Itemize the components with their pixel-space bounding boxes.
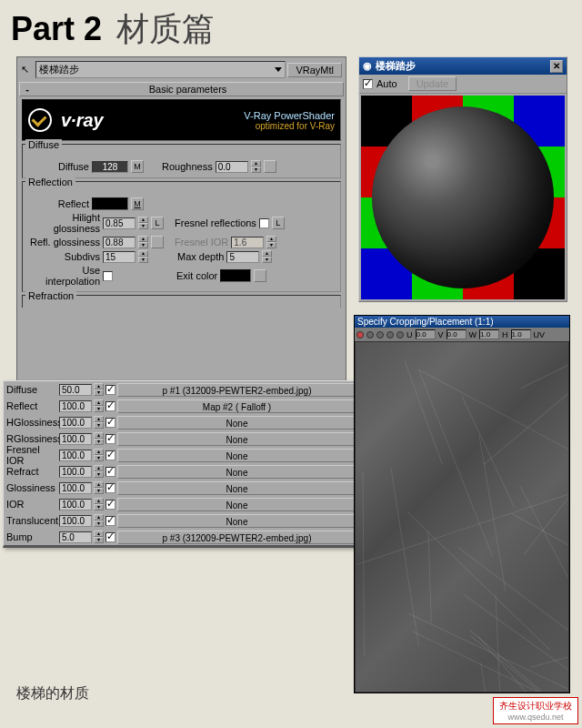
map-enable-checkbox[interactable] [105, 516, 115, 526]
roughness-spinner[interactable]: ▴▾ [251, 160, 261, 173]
map-label: Bump [6, 531, 57, 542]
vray-banner: v·ray V-Ray PowerShader optimized for V-… [22, 99, 341, 141]
map-amount-input[interactable]: 100.0 [59, 466, 92, 478]
map-spinner[interactable]: ▴▾ [94, 383, 104, 396]
map-label: HGlossiness [6, 417, 57, 428]
hilight-lock-button[interactable]: L [151, 217, 164, 229]
roughness-map-button[interactable] [264, 160, 276, 173]
map-label: Reflect [6, 400, 57, 411]
map-slot-button[interactable]: None [117, 498, 356, 511]
diffuse-swatch[interactable]: 128 [92, 161, 128, 173]
refraction-group: Refraction [22, 295, 341, 308]
map-row: IOR 100.0 ▴▾ None [4, 496, 359, 512]
fresnel-ior-input: 1.6 [231, 237, 264, 248]
preview-viewport [361, 96, 565, 299]
map-label: Glossiness [6, 482, 57, 493]
crop-viewport[interactable] [356, 342, 568, 692]
map-slot-button[interactable]: Map #2 ( Falloff ) [117, 399, 356, 413]
map-amount-input[interactable]: 5.0 [59, 531, 92, 543]
preview-titlebar[interactable]: ◉ 楼梯踏步 ✕ [359, 57, 567, 75]
map-row: Reflect 100.0 ▴▾ Map #2 ( Falloff ) [4, 398, 359, 414]
map-spinner[interactable]: ▴▾ [94, 432, 104, 445]
crop-h-input[interactable]: 1.0 [511, 329, 531, 339]
map-enable-checkbox[interactable] [105, 483, 115, 493]
map-label: Refract [6, 466, 57, 477]
crop-titlebar[interactable]: Specify Cropping/Placement (1:1) [355, 316, 569, 328]
map-spinner[interactable]: ▴▾ [94, 498, 104, 511]
refl-glossiness-input[interactable]: 0.88 [103, 237, 135, 248]
map-spinner[interactable]: ▴▾ [94, 449, 104, 461]
map-label: Translucent [6, 515, 57, 526]
map-spinner[interactable]: ▴▾ [94, 531, 104, 543]
map-amount-input[interactable]: 100.0 [59, 417, 92, 429]
map-amount-input[interactable]: 100.0 [59, 400, 92, 412]
map-spinner[interactable]: ▴▾ [94, 465, 104, 478]
map-row: Glossiness 100.0 ▴▾ None [4, 480, 359, 496]
basic-params-header[interactable]: -Basic parameters [19, 82, 344, 96]
map-spinner[interactable]: ▴▾ [94, 399, 104, 412]
diffuse-map-button[interactable]: M [131, 160, 144, 173]
map-slot-button[interactable]: None [117, 449, 356, 462]
diffuse-label: Diffuse [25, 161, 89, 172]
map-enable-checkbox[interactable] [105, 532, 115, 542]
map-amount-input[interactable]: 100.0 [59, 482, 92, 494]
material-type-button[interactable]: VRayMtl [287, 63, 342, 77]
hilight-glossiness-input[interactable]: 0.85 [103, 217, 135, 229]
map-amount-input[interactable]: 100.0 [59, 450, 92, 461]
map-enable-checkbox[interactable] [105, 385, 115, 395]
map-label: RGlossiness [6, 433, 57, 444]
map-label: Diffuse [6, 384, 57, 395]
map-enable-checkbox[interactable] [105, 467, 115, 477]
map-spinner[interactable]: ▴▾ [94, 514, 104, 527]
close-icon[interactable]: ✕ [550, 60, 563, 73]
reflect-map-button[interactable]: M [131, 197, 144, 210]
map-amount-input[interactable]: 100.0 [59, 515, 92, 527]
crop-u-input[interactable]: 0.0 [416, 329, 436, 339]
interpolation-checkbox[interactable] [103, 271, 113, 281]
title-chinese: 材质篇 [116, 10, 215, 47]
map-slot-button[interactable]: None [117, 465, 356, 479]
map-slot-button[interactable]: p #1 (312009-PEWTER2-embed.jpg) [117, 383, 356, 397]
map-enable-checkbox[interactable] [105, 418, 115, 428]
crop-v-input[interactable]: 0.0 [447, 329, 467, 339]
map-slot-button[interactable]: None [117, 481, 356, 495]
map-enable-checkbox[interactable] [105, 434, 115, 444]
auto-checkbox[interactable] [363, 79, 373, 89]
map-amount-input[interactable]: 100.0 [59, 499, 92, 511]
pick-icon[interactable]: ↖ [21, 64, 34, 76]
crop-mode-icon[interactable] [356, 331, 364, 339]
map-slot-button[interactable]: p #3 (312009-PEWTER2-embed.jpg) [117, 531, 356, 544]
map-row: Fresnel IOR 100.0 ▴▾ None [4, 447, 359, 463]
update-button[interactable]: Update [408, 76, 457, 91]
cropping-window: Specify Cropping/Placement (1:1) U0.0 V0… [354, 315, 570, 693]
material-name-dropdown[interactable]: 楼梯踏步 [35, 61, 286, 78]
map-row: Bump 5.0 ▴▾ p #3 (312009-PEWTER2-embed.j… [4, 529, 359, 545]
map-label: IOR [6, 499, 57, 510]
fresnel-checkbox[interactable] [259, 218, 269, 228]
maps-table: Diffuse 50.0 ▴▾ p #1 (312009-PEWTER2-emb… [3, 380, 362, 548]
chevron-down-icon [275, 67, 282, 72]
map-slot-button[interactable]: None [117, 514, 356, 528]
map-slot-button[interactable]: None [117, 432, 356, 446]
subdivs-input[interactable]: 15 [103, 251, 135, 263]
diffuse-group: Diffuse Diffuse 128 M Roughness 0.0 ▴▾ [22, 144, 341, 178]
map-amount-input[interactable]: 50.0 [59, 384, 92, 396]
exit-color-swatch[interactable] [220, 269, 251, 282]
map-row: HGlossiness 100.0 ▴▾ None [4, 414, 359, 430]
crop-w-input[interactable]: 1.0 [479, 329, 499, 339]
map-label: Fresnel IOR [6, 444, 57, 466]
fresnel-lock-button[interactable]: L [272, 217, 285, 229]
roughness-input[interactable]: 0.0 [216, 161, 248, 173]
reflection-group: Reflection Reflect M Hilight glossiness … [22, 181, 341, 292]
max-depth-input[interactable]: 5 [226, 251, 259, 263]
map-spinner[interactable]: ▴▾ [94, 481, 104, 494]
map-enable-checkbox[interactable] [105, 401, 115, 411]
map-enable-checkbox[interactable] [105, 500, 115, 510]
map-enable-checkbox[interactable] [105, 450, 115, 460]
map-row: Refract 100.0 ▴▾ None [4, 463, 359, 480]
title-part: Part 2 [11, 10, 102, 47]
map-slot-button[interactable]: None [117, 416, 356, 430]
map-spinner[interactable]: ▴▾ [94, 416, 104, 429]
reflect-swatch[interactable] [92, 197, 128, 210]
map-amount-input[interactable]: 100.0 [59, 433, 92, 445]
